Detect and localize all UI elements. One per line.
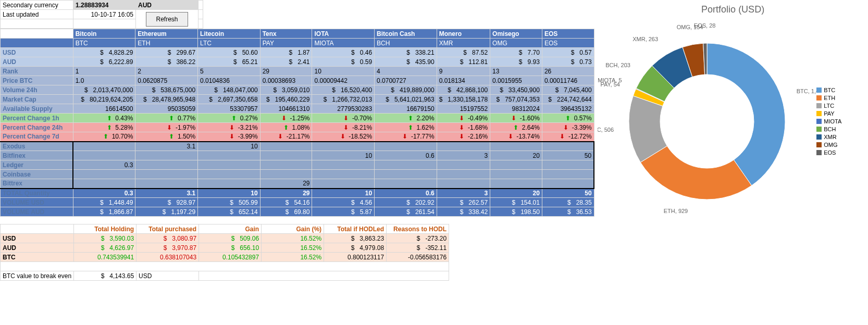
chart-title: Portfolio (USD) xyxy=(598,4,868,15)
last-updated-value: 10-10-17 16:05 xyxy=(73,10,136,19)
svg-text:BTC, 1,448: BTC, 1,448 xyxy=(797,88,816,94)
donut-chart: BTC, 1,448ETH, 929LTC, 506PAY, 54MIOTA, … xyxy=(598,17,816,226)
coin-header: IOTA xyxy=(312,29,375,39)
coin-header: Tenx xyxy=(260,29,312,39)
coin-header: Omisego xyxy=(490,29,542,39)
portfolio-chart: Portfolio (USD) BTC, 1,448ETH, 929LTC, 5… xyxy=(598,0,868,281)
svg-text:MIOTA, 5: MIOTA, 5 xyxy=(598,77,622,83)
coin-symbol: XMR xyxy=(437,39,490,48)
legend-item: BTC xyxy=(816,87,841,93)
coin-header: Ethereum xyxy=(135,29,198,39)
legend-item: BCH xyxy=(816,126,841,132)
svg-text:BCH, 203: BCH, 203 xyxy=(605,62,630,68)
secondary-currency-value[interactable]: 1.28883934 xyxy=(73,1,136,10)
coin-symbol: BCH xyxy=(375,39,437,48)
svg-text:EOS, 28: EOS, 28 xyxy=(694,22,716,29)
legend-item: PAY xyxy=(816,110,841,117)
summary-table[interactable]: Total HoldingTotal purchasedGainGain (%)… xyxy=(0,224,449,281)
coin-symbol: ETH xyxy=(135,39,198,48)
coin-header: Bitcoin xyxy=(73,29,135,39)
coin-symbol: PAY xyxy=(260,39,312,48)
chart-legend: BTCETHLTCPAYMIOTABCHXMROMGEOS xyxy=(816,85,841,157)
coin-symbol: OMG xyxy=(490,39,542,48)
coin-symbol: MIOTA xyxy=(312,39,375,48)
svg-text:LTC, 506: LTC, 506 xyxy=(598,127,614,133)
legend-item: MIOTA xyxy=(816,118,841,124)
coin-symbol: EOS xyxy=(542,39,594,48)
coin-table[interactable]: BitcoinEthereumLitecoinTenxIOTABitcoin C… xyxy=(0,29,594,217)
last-updated-label: Last updated xyxy=(1,10,73,19)
svg-text:ETH, 929: ETH, 929 xyxy=(664,208,688,214)
legend-item: OMG xyxy=(816,142,841,148)
refresh-button[interactable]: Refresh xyxy=(146,12,188,27)
secondary-currency-label: Secondary currency xyxy=(1,1,73,10)
coin-header: EOS xyxy=(542,29,594,39)
coin-header: Monero xyxy=(437,29,490,39)
legend-item: EOS xyxy=(816,149,841,156)
legend-item: XMR xyxy=(816,134,841,140)
svg-text:XMR, 263: XMR, 263 xyxy=(633,36,658,42)
coin-symbol: BTC xyxy=(73,39,135,48)
legend-item: ETH xyxy=(816,95,841,101)
coin-symbol: LTC xyxy=(198,39,261,48)
secondary-currency-code[interactable]: AUD xyxy=(136,1,199,10)
coin-header: Bitcoin Cash xyxy=(375,29,437,39)
coin-header: Litecoin xyxy=(198,29,261,39)
legend-item: LTC xyxy=(816,103,841,109)
portfolio-table[interactable]: Secondary currency 1.28883934 AUD Last u… xyxy=(0,0,203,29)
